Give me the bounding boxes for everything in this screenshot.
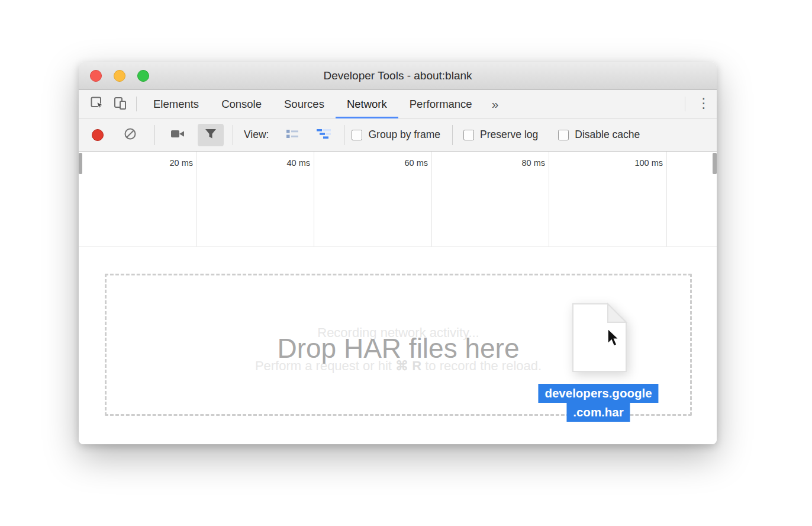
timeline-tick-100ms: 100 ms [580, 158, 663, 168]
network-timeline-grid: 20 ms 40 ms 60 ms 80 ms 100 ms [79, 152, 717, 247]
divider [685, 97, 685, 111]
divider [452, 125, 453, 145]
disable-cache-label: Disable cache [575, 129, 640, 141]
checkbox-icon[interactable] [352, 130, 362, 140]
timeline-gridline [666, 152, 667, 246]
tabbar-spacer [507, 90, 679, 118]
timeline-gridline [549, 152, 549, 246]
tab-sources[interactable]: Sources [273, 90, 336, 118]
devtools-menu-button[interactable]: ⋮ [691, 90, 717, 118]
har-dropzone[interactable]: Recording network activity... Perform a … [105, 274, 692, 416]
dragged-file-name-line2: .com.har [566, 403, 630, 422]
timeline-gridline [431, 152, 432, 246]
timeline-tick-60ms: 60 ms [345, 158, 428, 168]
window-controls [90, 70, 149, 82]
preserve-log-checkbox[interactable]: Preserve log [463, 129, 538, 141]
video-camera-icon [170, 129, 185, 141]
funnel-icon [205, 129, 217, 141]
timeline-tick-40ms: 40 ms [227, 158, 310, 168]
dragged-file-badge: developers.google .com.har [538, 384, 658, 422]
list-view-icon [285, 128, 299, 142]
preserve-log-label: Preserve log [480, 129, 538, 141]
titlebar[interactable]: Developer Tools - about:blank [79, 62, 717, 90]
capture-screenshots-button[interactable] [170, 129, 185, 141]
timeline-gridline [314, 152, 314, 246]
minimize-window-button[interactable] [114, 70, 125, 82]
view-waterfall-button[interactable] [316, 128, 332, 142]
tab-network[interactable]: Network [336, 90, 398, 118]
zoom-window-button[interactable] [137, 70, 149, 82]
divider [344, 125, 344, 145]
more-tabs-button[interactable]: » [484, 90, 507, 118]
group-by-frame-label: Group by frame [368, 129, 440, 141]
timeline-tick-80ms: 80 ms [462, 158, 545, 168]
divider [233, 125, 233, 145]
dragged-file-name-line1: developers.google [538, 384, 658, 403]
devtools-window: Developer Tools - about:blank Elements C… [79, 62, 717, 444]
circle-slash-icon [124, 127, 137, 142]
close-window-button[interactable] [90, 70, 102, 82]
clear-requests-button[interactable] [124, 127, 137, 142]
waterfall-icon [316, 128, 332, 142]
timeline-gridline [196, 152, 197, 246]
timeline-scroll-handle-right[interactable] [713, 153, 717, 174]
disable-cache-checkbox[interactable]: Disable cache [558, 129, 640, 141]
divider [136, 97, 137, 111]
view-label: View: [244, 129, 269, 141]
timeline-tick-20ms: 20 ms [110, 158, 193, 168]
window-title: Developer Tools - about:blank [323, 69, 472, 82]
checkbox-icon[interactable] [463, 130, 474, 140]
record-network-log-button[interactable] [92, 129, 104, 141]
devtools-tabbar: Elements Console Sources Network Perform… [79, 90, 717, 118]
network-toolbar: View: [79, 118, 717, 152]
inspect-cursor-icon [91, 97, 104, 112]
divider [154, 125, 155, 145]
device-toolbar-icon [113, 97, 127, 112]
device-toolbar-button[interactable] [108, 90, 131, 118]
checkbox-icon[interactable] [558, 130, 569, 140]
network-panel-body: Recording network activity... Perform a … [79, 247, 717, 444]
drag-cursor-icon [605, 328, 621, 351]
tab-performance[interactable]: Performance [398, 90, 484, 118]
tab-console[interactable]: Console [210, 90, 273, 118]
timeline-scroll-handle-left[interactable] [79, 153, 82, 174]
view-list-button[interactable] [285, 128, 299, 142]
group-by-frame-checkbox[interactable]: Group by frame [352, 129, 440, 141]
inspect-element-button[interactable] [86, 90, 108, 118]
filter-button[interactable] [198, 124, 224, 146]
tab-elements[interactable]: Elements [142, 90, 210, 118]
